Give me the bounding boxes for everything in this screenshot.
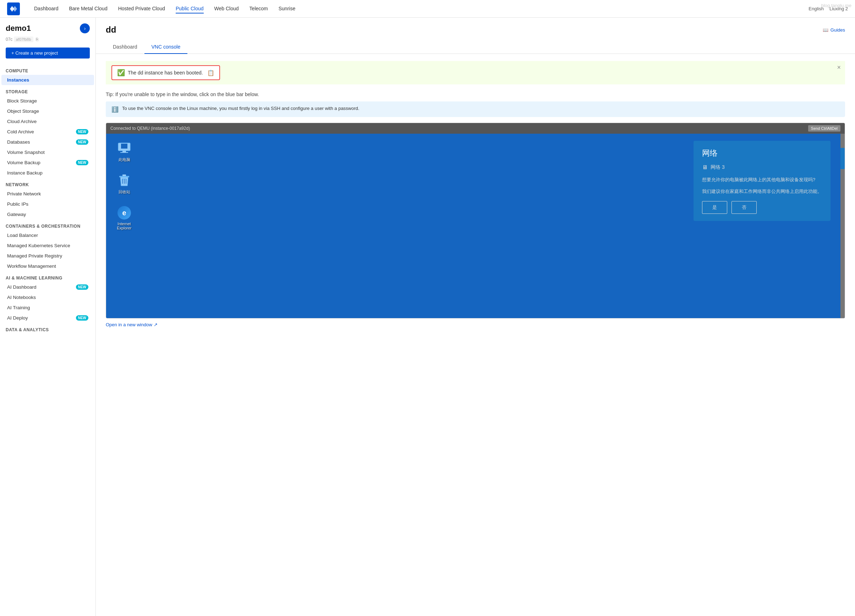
recycle-bin-icon-label: 回收站 (118, 190, 130, 195)
svg-rect-3 (123, 151, 126, 152)
desktop-icon-ie[interactable]: e Internet Explorer (117, 205, 132, 230)
section-data-analytics: Data & Analytics (0, 323, 95, 334)
create-new-project-button[interactable]: + Create a new project (6, 47, 90, 58)
sidebar-item-cloud-archive[interactable]: Cloud Archive (2, 116, 94, 127)
sidebar-item-ai-notebooks[interactable]: AI Notebooks (2, 292, 94, 303)
nav-telecom[interactable]: Telecom (250, 4, 268, 14)
project-switch-button[interactable]: › (80, 23, 90, 33)
sidebar-header: demo1 › (0, 18, 95, 36)
alert-text: The dd instance has been booted. (128, 70, 203, 75)
nav-web-cloud[interactable]: Web Cloud (215, 4, 239, 14)
sidebar-item-instances-label: Instances (7, 77, 88, 83)
computer-icon (117, 141, 132, 156)
sidebar-item-volume-snapshot[interactable]: Volume Snapshot (2, 147, 94, 157)
vnc-screen[interactable]: 此电脑 (106, 134, 845, 318)
info-icon: ℹ️ (112, 106, 118, 113)
network-yes-button[interactable]: 是 (702, 201, 727, 214)
tip-text: Tip: If you're unable to type in the win… (106, 92, 845, 97)
sidebar-item-gateway[interactable]: Gateway (2, 209, 94, 220)
sidebar-item-object-storage[interactable]: Object Storage (2, 106, 94, 116)
guides-button[interactable]: 📖 Guides (823, 27, 845, 33)
badge-ai-deploy: New (76, 315, 88, 321)
section-compute: Compute (0, 64, 95, 75)
sidebar-item-instance-backup[interactable]: Instance Backup (2, 168, 94, 178)
project-id-suffix: af07fb8b (14, 37, 33, 42)
alert-close-button[interactable]: × (837, 64, 841, 71)
tab-dashboard[interactable]: Dashboard (106, 40, 144, 54)
section-network: Network (0, 178, 95, 189)
svg-rect-2 (121, 144, 127, 148)
alert-inner-box: ✅ The dd instance has been booted. 📋 (112, 65, 220, 80)
page-title: dd (106, 25, 116, 35)
logo[interactable] (7, 3, 20, 15)
network-no-button[interactable]: 否 (731, 201, 757, 214)
project-id: 07c af07fb8b ⎘ (0, 36, 95, 45)
info-box: ℹ️ To use the VNC console on the Linux m… (106, 101, 845, 117)
guides-icon: 📖 (823, 27, 828, 33)
recycle-bin-icon (117, 173, 132, 188)
external-link-icon: ↗ (154, 322, 158, 327)
vnc-title-text: Connected to QEMU (instance-0017a92d) (110, 126, 190, 131)
open-new-window-link[interactable]: Open in a new window ↗ (106, 322, 158, 327)
vnc-scrollbar-thumb (840, 148, 845, 169)
content-area: ✅ The dd instance has been booted. 📋 × T… (96, 54, 855, 335)
computer-icon-label: 此电脑 (118, 157, 130, 162)
vnc-send-ctrl-alt-del-button[interactable]: Send CtrlAltDel (808, 125, 840, 131)
main-content: dd 📖 Guides Dashboard VNC console ✅ The … (96, 18, 855, 616)
sidebar-item-ai-deploy[interactable]: AI Deploy New (2, 313, 94, 323)
sidebar-item-ai-dashboard[interactable]: AI Dashboard New (2, 282, 94, 292)
nav-hosted-private[interactable]: Hosted Private Cloud (118, 4, 165, 14)
sidebar-item-cold-archive[interactable]: Cold Archive New (2, 127, 94, 137)
svg-rect-6 (123, 174, 126, 176)
network-panel: 网络 🖥 网络 3 想要允许你的电脑被此网络上的其他电脑和设备发现吗? 我们建议… (694, 141, 830, 221)
tab-vnc-console[interactable]: VNC console (144, 40, 188, 54)
network-buttons: 是 否 (702, 201, 822, 214)
vnc-scrollbar[interactable] (840, 134, 845, 318)
badge-volume-backup: New (76, 160, 88, 165)
success-icon: ✅ (117, 69, 125, 76)
network-subtitle-icon: 🖥 (702, 164, 708, 171)
network-panel-title: 网络 (702, 148, 822, 159)
sidebar-item-volume-backup[interactable]: Volume Backup New (2, 157, 94, 168)
watermark: blog.tanglu.me (821, 3, 852, 8)
section-storage: Storage (0, 85, 95, 96)
open-new-window-label: Open in a new window (106, 322, 152, 327)
vnc-container: Connected to QEMU (instance-0017a92d) Se… (106, 123, 845, 318)
sidebar-item-managed-kubernetes[interactable]: Managed Kubernetes Service (2, 240, 94, 251)
sidebar-item-ai-training[interactable]: AI Training (2, 303, 94, 313)
desktop-icon-computer[interactable]: 此电脑 (117, 141, 132, 162)
ie-icon-label: Internet Explorer (117, 222, 132, 230)
svg-rect-4 (120, 152, 128, 153)
vnc-titlebar: Connected to QEMU (instance-0017a92d) Se… (106, 123, 845, 134)
sidebar-item-databases[interactable]: Databases New (2, 137, 94, 147)
info-text: To use the VNC console on the Linux mach… (122, 106, 359, 111)
sidebar-item-block-storage[interactable]: Block Storage (2, 96, 94, 106)
desktop-icons: 此电脑 (117, 141, 132, 230)
sidebar-item-public-ips[interactable]: Public IPs (2, 199, 94, 209)
badge-cold-archive: New (76, 129, 88, 135)
main-header: dd 📖 Guides (96, 18, 855, 35)
sidebar-item-load-balancer[interactable]: Load Balancer (2, 230, 94, 240)
sidebar-item-private-network[interactable]: Private Network (2, 189, 94, 199)
sidebar-item-instances[interactable]: Instances (2, 75, 94, 85)
sidebar: demo1 › 07c af07fb8b ⎘ + Create a new pr… (0, 18, 96, 616)
sidebar-item-managed-registry[interactable]: Managed Private Registry (2, 251, 94, 261)
network-desc2: 我们建议你在家庭和工作网络而非公共网络上启用此功能。 (702, 188, 822, 196)
top-nav: Dashboard Bare Metal Cloud Hosted Privat… (0, 0, 855, 18)
tabs: Dashboard VNC console (96, 40, 855, 54)
network-desc1: 想要允许你的电脑被此网络上的其他电脑和设备发现吗? (702, 176, 822, 184)
ie-icon: e (117, 205, 132, 220)
section-ai: AI & Machine Learning (0, 271, 95, 282)
badge-ai-dashboard: New (76, 284, 88, 290)
nav-dashboard[interactable]: Dashboard (34, 4, 58, 14)
copy-id-icon[interactable]: ⎘ (36, 37, 38, 42)
alert-banner: ✅ The dd instance has been booted. 📋 × (106, 61, 845, 84)
desktop-icon-recycle[interactable]: 回收站 (117, 173, 132, 195)
nav-sunrise[interactable]: Sunrise (279, 4, 295, 14)
nav-public-cloud[interactable]: Public Cloud (176, 4, 204, 14)
sidebar-item-workflow[interactable]: Workflow Management (2, 261, 94, 271)
nav-bare-metal[interactable]: Bare Metal Cloud (69, 4, 107, 14)
clipboard-icon[interactable]: 📋 (207, 69, 215, 76)
project-name: demo1 (6, 24, 31, 33)
layout: demo1 › 07c af07fb8b ⎘ + Create a new pr… (0, 18, 855, 616)
